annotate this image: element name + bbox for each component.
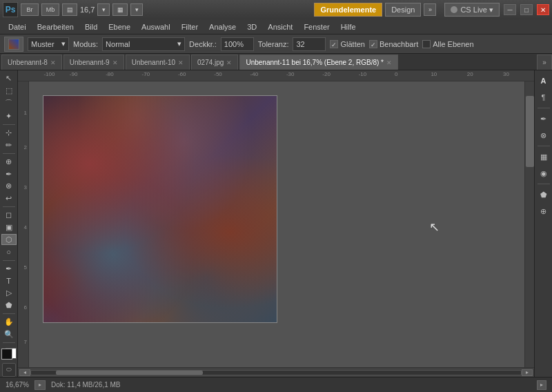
menu-filter[interactable]: Filter (176, 21, 204, 32)
hscrollbar[interactable]: ◂ ▸ (18, 367, 534, 377)
tool-hand[interactable]: ✋ (1, 317, 17, 328)
hscroll-track[interactable] (30, 370, 522, 375)
mode-label: Modus: (73, 40, 98, 48)
tab-close-0274[interactable]: ✕ (226, 59, 232, 66)
foreground-color[interactable] (1, 349, 12, 360)
menu-ebene[interactable]: Ebene (103, 21, 136, 32)
tab-bar: Unbenannt-8 ✕ Unbenannt-9 ✕ Unbenannt-10… (0, 54, 552, 70)
menu-fenster[interactable]: Fenster (298, 21, 335, 32)
tab-close-unbenannt11[interactable]: ✕ (386, 59, 392, 66)
view-mode-btn[interactable]: ▤ (62, 3, 77, 16)
hscroll-thumb[interactable] (56, 371, 203, 375)
opacity-input[interactable]: 100% (221, 37, 254, 51)
color-swatches[interactable] (1, 349, 17, 359)
tool-clone-stamp[interactable]: ⊗ (1, 181, 17, 192)
zoom-menu-btn[interactable]: ▸ (34, 380, 46, 390)
tool-marquee-rect[interactable]: ⬚ (1, 86, 17, 97)
tool-eraser[interactable]: ◻ (1, 210, 17, 221)
tab-0274[interactable]: 0274.jpg ✕ (191, 55, 238, 70)
tool-preset-dropdown[interactable]: Muster ▾ (28, 37, 69, 51)
tool-spot-heal[interactable]: ⊕ (1, 157, 17, 168)
rpanel-clone[interactable]: ⊗ (536, 128, 551, 143)
maximize-btn[interactable]: □ (520, 4, 533, 15)
menu-bearbeiten[interactable]: Bearbeiten (32, 21, 79, 32)
hscroll-right-btn[interactable]: ▸ (522, 369, 533, 376)
tool-pen[interactable]: ✒ (1, 263, 17, 274)
tool-history-brush[interactable]: ↩ (1, 193, 17, 204)
main-area: ↖ ⬚ ⌒ ✦ ⊹ ✏ ⊕ ✒ ⊗ ↩ ◻ ▣ ⬡ ○ ✒ T ▷ ⬟ ✋ 🔍 … (0, 70, 552, 377)
tool-crop[interactable]: ⊹ (1, 128, 17, 139)
alle-ebenen-checkbox[interactable] (422, 40, 431, 48)
layout-btn[interactable]: ▦ (112, 3, 128, 16)
rpanel-color[interactable]: ◉ (536, 166, 551, 181)
tool-preset-icon[interactable] (4, 37, 23, 52)
rpanel-brush[interactable]: ✒ (536, 111, 551, 126)
rpanel-path[interactable]: ⬟ (536, 187, 551, 202)
rpanel-layers[interactable]: ▦ (536, 149, 551, 164)
bridge-btn[interactable]: Br (21, 3, 39, 16)
rpanel-paragraph[interactable]: ¶ (536, 90, 551, 105)
tool-move[interactable]: ↖ (1, 73, 17, 84)
workspace-overflow-btn[interactable]: » (424, 3, 436, 16)
vscrollbar[interactable] (524, 81, 534, 367)
tool-magic-wand[interactable]: ✦ (1, 110, 17, 121)
tool-eyedropper[interactable]: ✏ (1, 139, 17, 150)
rpanel-text-tool[interactable]: A (536, 73, 551, 88)
tool-zoom[interactable]: 🔍 (1, 329, 17, 340)
rpanel-separator-2 (538, 146, 550, 146)
menu-hilfe[interactable]: Hilfe (335, 21, 362, 32)
cs-live-btn[interactable]: CS Live ▾ (444, 3, 500, 17)
menu-ansicht[interactable]: Ansicht (262, 21, 298, 32)
tab-close-unbenannt10[interactable]: ✕ (178, 59, 184, 66)
vscroll-thumb[interactable] (526, 96, 534, 168)
menu-bild[interactable]: Bild (79, 21, 103, 32)
rpanel-transform[interactable]: ⊕ (536, 204, 551, 219)
zoom-dropdown-btn[interactable]: ▾ (97, 3, 110, 16)
workspace-grundelemente-btn[interactable]: Grundelemente (314, 3, 382, 17)
menu-datei[interactable]: Datei (3, 21, 32, 32)
tolerance-label: Toleranz: (258, 40, 289, 48)
tool-separator-6 (3, 342, 15, 343)
tab-unbenannt9[interactable]: Unbenannt-9 ✕ (63, 55, 124, 70)
tab-close-unbenannt9[interactable]: ✕ (112, 59, 118, 66)
tab-close-unbenannt8[interactable]: ✕ (50, 59, 56, 66)
menu-3d[interactable]: 3D (241, 21, 262, 32)
tool-lasso[interactable]: ⌒ (1, 97, 17, 109)
layout-btn2[interactable]: ▾ (130, 3, 143, 16)
canvas-scroll[interactable]: ↖ (29, 81, 524, 367)
tab-unbenannt11[interactable]: Unbenannt-11 bei 16,7% (Ebene 2, RGB/8) … (239, 55, 398, 70)
ruler-left: 1 2 3 4 5 6 7 (18, 81, 29, 367)
glaetten-checkbox[interactable] (330, 40, 338, 48)
benachbart-group: Benachbart (369, 40, 418, 48)
tool-gradient[interactable]: ▣ (1, 222, 17, 233)
tool-separator-1 (3, 124, 15, 125)
tool-separator-5 (3, 313, 15, 314)
close-btn[interactable]: ✕ (537, 4, 549, 15)
menubar: Datei Bearbeiten Bild Ebene Auswahl Filt… (0, 19, 552, 35)
tab-overflow-btn[interactable]: » (537, 55, 552, 70)
hscroll-left-btn[interactable]: ◂ (19, 369, 30, 376)
mode-dropdown[interactable]: Normal ▾ (102, 37, 185, 51)
tolerance-input[interactable]: 32 (293, 37, 326, 51)
options-bar: Muster ▾ Modus: Normal ▾ Deckkr.: 100% T… (0, 35, 552, 54)
menu-analyse[interactable]: Analyse (204, 21, 241, 32)
minibrige-btn[interactable]: Mb (41, 3, 59, 16)
tool-shape[interactable]: ⬟ (1, 300, 17, 311)
ruler-top-content: -100 -90 -80 -70 -60 -50 -40 -30 -20 -10… (18, 70, 534, 81)
tool-brush[interactable]: ✒ (1, 168, 17, 179)
tab-unbenannt8[interactable]: Unbenannt-8 ✕ (1, 55, 62, 70)
tool-text[interactable]: T (1, 275, 17, 286)
tab-unbenannt10[interactable]: Unbenannt-10 ✕ (126, 55, 190, 70)
tool-path-select[interactable]: ▷ (1, 288, 17, 299)
tool-dodge[interactable]: ○ (1, 246, 17, 257)
tool-blur[interactable]: ⬡ (1, 234, 17, 245)
statusbar-menu-btn[interactable]: ▸ (537, 380, 546, 390)
menu-auswahl[interactable]: Auswahl (136, 21, 176, 32)
tool-separator-4 (3, 260, 15, 261)
opacity-label: Deckkr.: (189, 40, 217, 48)
zoom-display: 16,7 (80, 6, 95, 14)
benachbart-checkbox[interactable] (369, 40, 377, 48)
quick-mask-btn[interactable]: ⬭ (2, 363, 16, 377)
minimize-btn[interactable]: ─ (504, 4, 516, 15)
workspace-design-btn[interactable]: Design (385, 3, 421, 17)
